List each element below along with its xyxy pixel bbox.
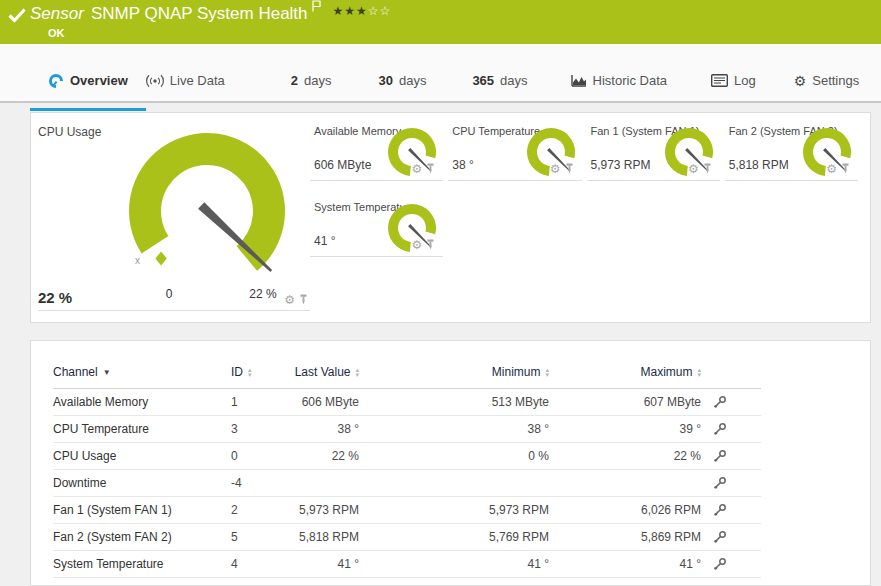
gauge-settings-gear-icon[interactable]: ⚙ xyxy=(826,163,837,175)
system-temperature-gauge-cell: System Temperature 41 ° ⚙ xyxy=(310,191,443,257)
pin-icon[interactable] xyxy=(426,236,435,254)
sort-desc-icon: ▼ xyxy=(103,368,111,377)
maximum-value xyxy=(549,469,701,496)
page-title: SNMP QNAP System Health xyxy=(91,4,308,24)
channel-settings-icon[interactable] xyxy=(713,395,727,409)
channel-id: 5 xyxy=(231,523,291,550)
gauge-settings-gear-icon[interactable]: ⚙ xyxy=(284,294,295,306)
stars-filled[interactable]: ★★★ xyxy=(333,4,368,18)
channel-name: Downtime xyxy=(53,469,231,496)
channel-settings-icon[interactable] xyxy=(713,422,727,436)
gauge-value: 22 % xyxy=(38,289,72,306)
gear-icon: ⚙ xyxy=(794,74,807,88)
broadcast-icon xyxy=(146,74,164,88)
channel-name: Fan 2 (System FAN 2) xyxy=(53,523,231,550)
status-badge: OK xyxy=(48,27,65,39)
tab-overview[interactable]: Overview xyxy=(30,73,146,89)
maximum-value: 5,869 RPM xyxy=(549,523,701,550)
maximum-value: 607 MByte xyxy=(549,388,701,415)
channels-table-panel: Channel▼ ID▴▾ Last Value▴▾ Minimum▴▾ Max… xyxy=(30,340,871,586)
priority-stars[interactable]: ★★★☆☆ xyxy=(333,4,392,18)
tab-30-days[interactable]: 30 days xyxy=(378,73,426,88)
gauge-value: 606 MByte xyxy=(314,158,371,172)
cpu-usage-gauge-cell: CPU Usage x 0 22 % 22 % ⚙ xyxy=(38,113,310,311)
tab-365-days[interactable]: 365 days xyxy=(472,73,527,88)
empty-cell xyxy=(587,191,720,257)
channel-id: 1 xyxy=(231,388,291,415)
channel-name: Available Memory xyxy=(53,388,231,415)
tab-log[interactable]: Log xyxy=(711,73,756,88)
pin-icon[interactable] xyxy=(841,160,850,178)
minimum-value: 5,769 RPM xyxy=(359,523,549,550)
minimum-value: 0 % xyxy=(359,442,549,469)
channel-settings-icon[interactable] xyxy=(713,476,727,490)
gauge-cell-actions: ⚙ xyxy=(411,160,435,178)
priority-flag-icon[interactable] xyxy=(312,0,321,17)
last-value: 38 ° xyxy=(291,415,359,442)
cpu-usage-gauge: x xyxy=(122,126,292,296)
area-chart-icon xyxy=(571,74,587,87)
channel-id: 0 xyxy=(231,442,291,469)
table-row: Fan 2 (System FAN 2) 5 5,818 RPM 5,769 R… xyxy=(53,523,761,550)
gauge-min-marker: x xyxy=(135,255,140,266)
sort-icon: ▴▾ xyxy=(355,367,359,377)
tab-historic-data[interactable]: Historic Data xyxy=(571,73,667,88)
channel-settings-icon[interactable] xyxy=(713,557,727,571)
empty-cell xyxy=(448,191,581,257)
pin-icon[interactable] xyxy=(565,160,574,178)
channel-settings-icon[interactable] xyxy=(713,503,727,517)
column-header-maximum[interactable]: Maximum▴▾ xyxy=(549,355,701,388)
table-row: System Temperature 4 41 ° 41 ° 41 ° xyxy=(53,550,761,577)
pin-icon[interactable] xyxy=(703,160,712,178)
cpu-temperature-gauge-cell: CPU Temperature 38 ° ⚙ xyxy=(448,115,581,181)
gauge-cell-actions: ⚙ xyxy=(550,160,574,178)
table-header-row: Channel▼ ID▴▾ Last Value▴▾ Minimum▴▾ Max… xyxy=(53,355,761,388)
channel-settings-icon[interactable] xyxy=(713,530,727,544)
prtg-sensor-page: Sensor SNMP QNAP System Health ★★★☆☆ OK … xyxy=(0,0,881,586)
tab-live-data[interactable]: Live Data xyxy=(146,73,225,88)
last-value: 41 ° xyxy=(291,550,359,577)
sort-icon: ▴▾ xyxy=(697,367,701,377)
tab-2-days[interactable]: 2 days xyxy=(291,73,332,88)
available-memory-gauge-cell: Available Memory 606 MByte ⚙ xyxy=(310,115,443,181)
sort-icon: ▴▾ xyxy=(545,367,549,377)
gauge-value: 5,973 RPM xyxy=(591,158,651,172)
tab-label: days xyxy=(399,73,426,88)
maximum-value: 39 ° xyxy=(549,415,701,442)
tab-number: 365 xyxy=(472,73,494,88)
column-header-last-value[interactable]: Last Value▴▾ xyxy=(291,355,359,388)
table-row: Available Memory 1 606 MByte 513 MByte 6… xyxy=(53,388,761,415)
gauge-scale-max: 22 % xyxy=(241,287,285,301)
pin-icon[interactable] xyxy=(299,291,308,309)
tab-label: Overview xyxy=(70,73,128,88)
gauge-settings-gear-icon[interactable]: ⚙ xyxy=(688,163,699,175)
tab-label: Historic Data xyxy=(593,73,667,88)
tab-label: days xyxy=(500,73,527,88)
column-header-channel[interactable]: Channel▼ xyxy=(53,355,231,388)
column-header-id[interactable]: ID▴▾ xyxy=(231,355,291,388)
maximum-value: 22 % xyxy=(549,442,701,469)
gauge-title: CPU Usage xyxy=(38,125,101,139)
last-value: 5,973 RPM xyxy=(291,496,359,523)
minimum-value: 513 MByte xyxy=(359,388,549,415)
last-value: 606 MByte xyxy=(291,388,359,415)
column-header-minimum[interactable]: Minimum▴▾ xyxy=(359,355,549,388)
gauge-settings-gear-icon[interactable]: ⚙ xyxy=(411,163,422,175)
small-gauges-grid: Available Memory 606 MByte ⚙ CPU Tempera… xyxy=(310,115,858,322)
channel-name: Fan 1 (System FAN 1) xyxy=(53,496,231,523)
tab-bar: Overview Live Data 2 days 30 days 365 da… xyxy=(0,44,881,103)
table-row: Downtime -4 xyxy=(53,469,761,496)
gauges-panel: CPU Usage x 0 22 % 22 % ⚙ xyxy=(30,112,871,323)
last-value xyxy=(291,469,359,496)
gauge-value: 38 ° xyxy=(452,158,473,172)
gauge-settings-gear-icon[interactable]: ⚙ xyxy=(550,163,561,175)
stars-empty[interactable]: ☆☆ xyxy=(368,4,392,18)
sensor-status-header: Sensor SNMP QNAP System Health ★★★☆☆ OK xyxy=(0,0,881,44)
channel-id: 2 xyxy=(231,496,291,523)
channel-settings-icon[interactable] xyxy=(713,449,727,463)
tab-settings[interactable]: ⚙ Settings xyxy=(794,73,860,88)
gauge-value: 5,818 RPM xyxy=(729,158,789,172)
pin-icon[interactable] xyxy=(426,160,435,178)
tab-number: 2 xyxy=(291,73,298,88)
gauge-settings-gear-icon[interactable]: ⚙ xyxy=(411,239,422,251)
